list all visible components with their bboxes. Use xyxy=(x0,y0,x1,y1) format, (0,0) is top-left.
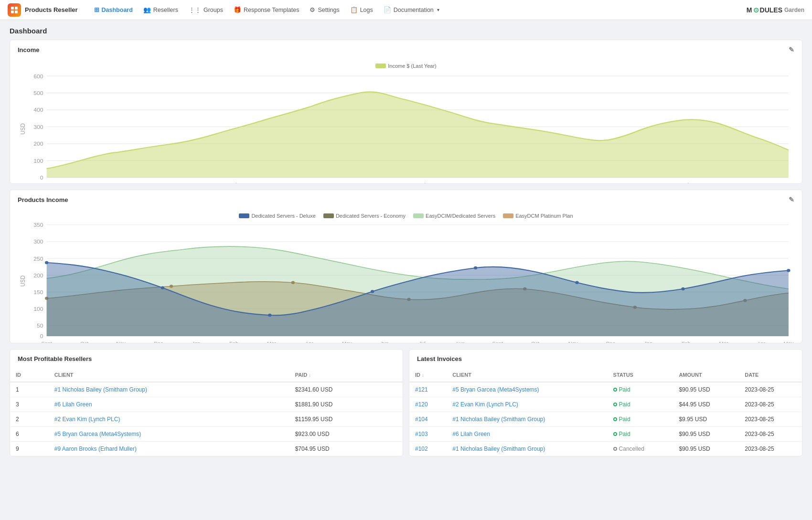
cell-inv-id: #102 xyxy=(409,442,447,456)
status-dot-cancelled xyxy=(613,447,617,451)
dashboard-icon: ⊞ xyxy=(94,6,99,13)
th-paid[interactable]: PAID ↓ xyxy=(289,368,403,382)
nav-item-resellers[interactable]: 👥 Resellers xyxy=(139,3,183,16)
cell-inv-id: #121 xyxy=(409,382,447,397)
table-row: 1 #1 Nicholas Bailey (Smitham Group) $23… xyxy=(10,382,403,397)
svg-text:100: 100 xyxy=(33,307,43,312)
th-inv-date: DATE xyxy=(739,368,802,382)
documentation-icon: 📄 xyxy=(384,6,391,13)
app-title: Products Reseller xyxy=(25,6,78,13)
svg-text:Nov: Nov xyxy=(116,340,126,343)
table-row: #102 #1 Nicholas Bailey (Smitham Group) … xyxy=(409,442,802,456)
inv-client-link[interactable]: #1 Nicholas Bailey (Smitham Group) xyxy=(452,416,545,423)
inv-client-link[interactable]: #2 Evan Kim (Lynch PLC) xyxy=(452,401,518,408)
status-cancelled: Cancelled xyxy=(613,446,668,452)
table-row: 2 #2 Evan Kim (Lynch PLC) $1159.95 USD xyxy=(10,412,403,427)
svg-point-66 xyxy=(268,314,271,317)
nav-item-documentation[interactable]: 📄 Documentation ▾ xyxy=(379,3,444,16)
inv-client-link[interactable]: #6 Lilah Green xyxy=(452,431,490,437)
most-profitable-title: Most Profitable Resellers xyxy=(18,355,92,362)
invoice-link[interactable]: #120 xyxy=(415,401,428,408)
svg-text:Apr: Apr xyxy=(757,340,766,343)
th-inv-id[interactable]: ID ↓ xyxy=(409,368,447,382)
client-link[interactable]: #1 Nicholas Bailey (Smitham Group) xyxy=(54,386,147,393)
cell-inv-client: #5 Bryan Garcea (Meta4Systems) xyxy=(447,382,607,397)
inv-client-link[interactable]: #1 Nicholas Bailey (Smitham Group) xyxy=(452,446,545,452)
income-legend-color xyxy=(375,64,386,68)
svg-text:Apr: Apr xyxy=(305,340,314,343)
most-profitable-table-container: ID CLIENT PAID ↓ 1 #1 Nicholas Bailey (S… xyxy=(10,368,403,456)
svg-point-67 xyxy=(371,290,374,293)
cell-inv-status: Paid xyxy=(608,397,673,412)
products-chart-area: Dedicated Servers - Deluxe Dedicated Ser… xyxy=(10,209,802,343)
table-row: #103 #6 Lilah Green Paid $90.95 USD 2023… xyxy=(409,427,802,442)
cell-inv-client: #1 Nicholas Bailey (Smitham Group) xyxy=(447,412,607,427)
page-header: Dashboard xyxy=(0,20,812,40)
client-link[interactable]: #2 Evan Kim (Lynch PLC) xyxy=(54,416,120,423)
cell-inv-status: Paid xyxy=(608,412,673,427)
svg-text:Feb: Feb xyxy=(682,182,691,184)
svg-text:Mar: Mar xyxy=(267,340,276,343)
svg-text:Jul: Jul xyxy=(419,182,426,184)
legend-deluxe: Dedicated Servers - Deluxe xyxy=(239,213,316,219)
status-paid: Paid xyxy=(613,431,668,437)
cell-client: #6 Lilah Green xyxy=(49,397,289,412)
legend-easydcim: EasyDCIM/Dedicated Servers xyxy=(413,213,495,219)
svg-text:Dec: Dec xyxy=(154,340,163,343)
cell-inv-id: #104 xyxy=(409,412,447,427)
cell-id: 1 xyxy=(10,382,49,397)
cell-inv-status: Paid xyxy=(608,427,673,442)
svg-text:Feb: Feb xyxy=(229,340,238,343)
svg-text:Oct: Oct xyxy=(80,182,88,184)
status-dot-paid xyxy=(613,417,617,421)
sort-icon-id: ↓ xyxy=(422,372,424,378)
client-link[interactable]: #9 Aaron Brooks (Erhard Muller) xyxy=(54,446,137,452)
client-link[interactable]: #5 Bryan Garcea (Meta4Systems) xyxy=(54,431,141,437)
latest-invoices-header: Latest Invoices xyxy=(409,350,802,368)
status-dot-paid xyxy=(613,388,617,392)
cell-inv-id: #120 xyxy=(409,397,447,412)
nav-item-response-templates[interactable]: 🎁 Response Templates xyxy=(229,3,304,16)
svg-text:300: 300 xyxy=(33,124,43,130)
templates-icon: 🎁 xyxy=(234,6,241,13)
nav-item-logs[interactable]: 📋 Logs xyxy=(345,3,378,16)
nav-item-dashboard[interactable]: ⊞ Dashboard xyxy=(89,3,138,16)
table-row: 6 #5 Bryan Garcea (Meta4Systems) $923.00… xyxy=(10,427,403,442)
inv-client-link[interactable]: #5 Bryan Garcea (Meta4Systems) xyxy=(452,386,539,393)
th-id: ID xyxy=(10,368,49,382)
cell-id: 2 xyxy=(10,412,49,427)
svg-text:Sept: Sept xyxy=(492,182,503,184)
svg-text:200: 200 xyxy=(33,273,43,278)
income-edit-icon[interactable]: ✎ xyxy=(789,46,794,53)
app-logo: Products Reseller xyxy=(8,3,78,17)
nav-item-settings[interactable]: ⚙ Settings xyxy=(305,3,344,16)
table-row: 9 #9 Aaron Brooks (Erhard Muller) $704.9… xyxy=(10,442,403,456)
main-nav: ⊞ Dashboard 👥 Resellers ⋮⋮ Groups 🎁 Resp… xyxy=(89,3,747,16)
page-title: Dashboard xyxy=(10,27,47,35)
cell-inv-status: Paid xyxy=(608,382,673,397)
brand-logo: M ⊙ DULES Garden xyxy=(747,6,804,14)
svg-point-59 xyxy=(291,281,295,285)
groups-icon: ⋮⋮ xyxy=(189,6,201,13)
invoice-link[interactable]: #121 xyxy=(415,386,428,393)
svg-text:Jul: Jul xyxy=(419,340,426,343)
most-profitable-tbody: 1 #1 Nicholas Bailey (Smitham Group) $23… xyxy=(10,382,403,456)
cell-client: #2 Evan Kim (Lynch PLC) xyxy=(49,412,289,427)
products-edit-icon[interactable]: ✎ xyxy=(789,196,794,203)
svg-point-71 xyxy=(787,269,790,272)
client-link[interactable]: #6 Lilah Green xyxy=(54,401,92,408)
latest-invoices-card: Latest Invoices ID ↓ CLIENT STATUS AMOUN… xyxy=(409,349,802,456)
cell-inv-amount: $90.95 USD xyxy=(673,442,739,456)
income-chart-title: Income xyxy=(18,46,40,53)
svg-text:250: 250 xyxy=(33,256,43,261)
svg-text:Oct: Oct xyxy=(531,340,539,343)
th-inv-status: STATUS xyxy=(608,368,673,382)
nav-item-groups[interactable]: ⋮⋮ Groups xyxy=(184,3,228,16)
income-chart-area: Income $ (Last Year) 600 500 400 300 200… xyxy=(10,59,802,183)
invoice-link[interactable]: #103 xyxy=(415,431,428,437)
invoice-link[interactable]: #102 xyxy=(415,446,428,452)
svg-text:500: 500 xyxy=(33,90,43,96)
products-chart-title: Products Income xyxy=(18,196,68,203)
invoice-link[interactable]: #104 xyxy=(415,416,428,423)
status-paid: Paid xyxy=(613,401,668,408)
